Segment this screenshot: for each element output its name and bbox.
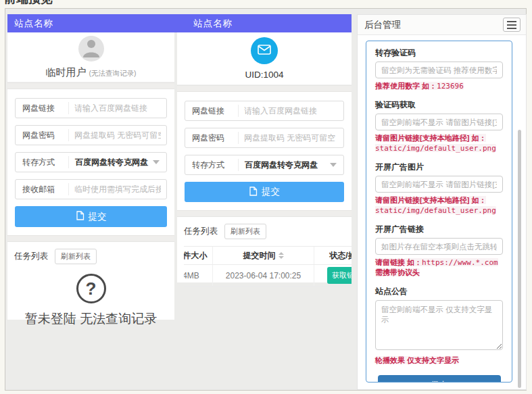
- field-label: 网盘链接: [16, 103, 68, 114]
- user-name: 临时用户: [45, 66, 86, 78]
- transfer-code-input[interactable]: [375, 61, 503, 78]
- cell-time: 2023-06-04 17:00:25: [213, 265, 314, 286]
- form-row-pan-link: 网盘链接: [185, 101, 344, 121]
- splash-ad-image-input[interactable]: [375, 176, 503, 193]
- middle-form: 网盘链接 网盘密码 转存方式 百度网盘转夸克网盘 提交: [177, 92, 352, 210]
- left-user-card: 站点名称 临时用户 (无法查询记录) 网盘链接 网盘密码: [7, 14, 174, 320]
- avatar: [251, 37, 278, 64]
- uid-section: UID:1004: [177, 32, 352, 85]
- field-transfer-code: 转存验证码 推荐使用数字 如：123696: [375, 47, 503, 91]
- field-label: 转存验证码: [375, 47, 503, 59]
- transfer-mode-value: 百度网盘转夸克网盘: [69, 157, 153, 168]
- middle-card-header: 站点名称: [177, 14, 352, 32]
- field-splash-ad-link: 开屏广告链接 请留链接 如：https://www.*.com 需携带协议头: [375, 224, 503, 278]
- page-title-clipped: 前端预览: [4, 0, 53, 7]
- task-table: 文件大小 提交时间 状态/操作 4MB 2023-06-04 17:00:25 …: [184, 246, 352, 287]
- section-divider: [7, 82, 174, 89]
- user-note: (无法查询记录): [89, 69, 137, 77]
- submit-label: 提交: [89, 211, 107, 223]
- cell-size: 4MB: [184, 265, 213, 286]
- middle-tasks-section: 任务列表 刷新列表 文件大小 提交时间 状态/操作 4MB 202: [177, 217, 352, 292]
- avatar: [78, 36, 104, 61]
- submit-button[interactable]: 提交: [15, 206, 167, 227]
- section-divider: [7, 235, 174, 242]
- transfer-mode-select[interactable]: 转存方式 百度网盘转夸克网盘: [185, 155, 344, 175]
- field-hint: 请留链接 如：https://www.*.com 需携带协议头: [375, 257, 503, 278]
- tasks-title: 任务列表: [184, 226, 218, 237]
- admin-form-box: 转存验证码 推荐使用数字 如：123696 验证码获取 请留图片链接[支持本地路…: [366, 41, 512, 383]
- field-label: 网盘密码: [16, 130, 68, 141]
- chevron-down-icon: [330, 163, 337, 167]
- field-captcha-image: 验证码获取 请留图片链接[支持本地路径] 如：static/img/defaul…: [375, 99, 503, 153]
- field-label: 网盘链接: [185, 105, 238, 117]
- transfer-mode-value: 百度网盘转夸克网盘: [239, 159, 330, 171]
- admin-panel-card: 后台管理 转存验证码 推荐使用数字 如：123696 验证码获取 请留图片链接[…: [357, 14, 527, 390]
- field-label: 验证码获取: [375, 99, 503, 111]
- captcha-image-input[interactable]: [375, 114, 503, 130]
- cell-action: 获取链接: [314, 267, 352, 284]
- email-input[interactable]: [69, 184, 166, 194]
- left-profile-section: 临时用户 (无法查询记录): [7, 32, 174, 82]
- submit-label: 提交: [262, 186, 280, 198]
- submit-button[interactable]: 提交: [185, 182, 344, 202]
- transfer-mode-select[interactable]: 转存方式 百度网盘转夸克网盘: [15, 152, 167, 172]
- field-splash-ad-image: 开屏广告图片 请留图片链接[支持本地路径] 如：static/img/defau…: [375, 162, 503, 216]
- document-icon: [249, 187, 258, 198]
- section-divider: [177, 210, 352, 217]
- middle-user-card: 站点名称 UID:1004 网盘链接 网盘密码 转存方式: [177, 14, 352, 282]
- site-notice-textarea[interactable]: [375, 300, 503, 350]
- pan-password-input[interactable]: [69, 130, 166, 140]
- tasks-header: 任务列表 刷新列表: [14, 249, 168, 264]
- refresh-list-button[interactable]: 刷新列表: [224, 224, 266, 239]
- col-time-header[interactable]: 提交时间: [213, 247, 314, 264]
- table-header-row: 文件大小 提交时间 状态/操作: [184, 247, 352, 265]
- left-tasks-section: 任务列表 刷新列表 ? 暂未登陆 无法查询记录: [7, 242, 174, 333]
- field-hint: 轮播效果 仅支持文字显示: [375, 355, 503, 366]
- splash-ad-link-input[interactable]: [375, 238, 503, 255]
- envelope-icon: [258, 45, 271, 57]
- form-row-pan-password: 网盘密码: [185, 128, 344, 148]
- form-row-pan-link: 网盘链接: [15, 98, 167, 118]
- section-divider: [177, 85, 352, 92]
- pan-link-input[interactable]: [69, 103, 166, 113]
- refresh-list-button[interactable]: 刷新列表: [55, 249, 97, 264]
- field-hint: 请留图片链接[支持本地路径] 如：static/img/default_user…: [375, 195, 503, 216]
- pan-link-input[interactable]: [239, 106, 343, 116]
- col-status-header: 状态/操作: [314, 250, 352, 262]
- tasks-title: 任务列表: [14, 251, 48, 262]
- scrollbar-thumb[interactable]: [518, 130, 521, 388]
- empty-state: ? 暂未登陆 无法查询记录: [14, 274, 168, 328]
- user-name-line: 临时用户 (无法查询记录): [45, 66, 136, 79]
- site-name-title: 站点名称: [14, 18, 53, 28]
- admin-title: 后台管理: [364, 19, 401, 31]
- task-table-clip: 文件大小 提交时间 状态/操作 4MB 2023-06-04 17:00:25 …: [184, 246, 352, 287]
- field-label: 开屏广告图片: [375, 162, 503, 173]
- get-link-button[interactable]: 获取链接: [327, 267, 352, 284]
- document-icon: [76, 211, 84, 222]
- field-label: 转存方式: [16, 157, 68, 168]
- left-form: 网盘链接 网盘密码 转存方式 百度网盘转夸克网盘 接收邮箱: [7, 89, 174, 235]
- question-icon: ?: [76, 274, 106, 303]
- sort-icon: [279, 252, 284, 259]
- field-label: 网盘密码: [185, 132, 238, 144]
- field-site-notice: 站点公告 轮播效果 仅支持文字显示: [375, 286, 503, 366]
- main-container: 站点名称 临时用户 (无法查询记录) 网盘链接 网盘密码: [5, 8, 527, 391]
- save-button[interactable]: 保存: [378, 375, 501, 383]
- uid-text: UID:1004: [245, 70, 283, 80]
- col-time-label: 提交时间: [243, 250, 276, 262]
- left-card-header: 站点名称: [7, 14, 174, 32]
- table-row: 4MB 2023-06-04 17:00:25 获取链接: [184, 265, 352, 286]
- field-label: 站点公告: [375, 286, 503, 297]
- tasks-header: 任务列表 刷新列表: [184, 224, 345, 239]
- pan-password-input[interactable]: [239, 133, 343, 143]
- site-name-title: 站点名称: [193, 18, 233, 28]
- user-icon: [78, 36, 104, 61]
- field-label: 接收邮箱: [16, 184, 68, 195]
- hamburger-menu-icon[interactable]: [503, 18, 521, 32]
- col-size-header: 文件大小: [184, 247, 213, 264]
- empty-message: 暂未登陆 无法查询记录: [25, 310, 157, 328]
- field-hint: 推荐使用数字 如：123696: [375, 81, 503, 91]
- admin-header: 后台管理: [358, 15, 526, 35]
- chevron-down-icon: [153, 160, 160, 164]
- field-hint: 请留图片链接[支持本地路径] 如：static/img/default_user…: [375, 133, 503, 153]
